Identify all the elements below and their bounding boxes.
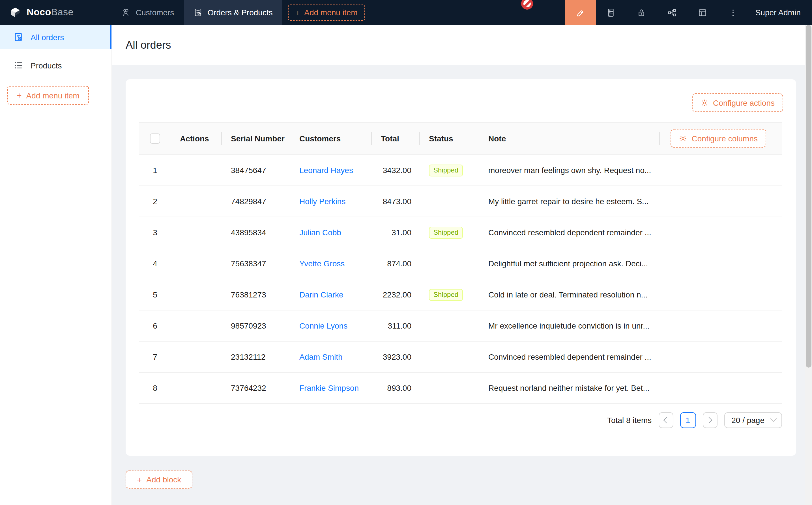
collections-manager-button[interactable] <box>596 0 627 25</box>
filler-cell <box>660 279 782 310</box>
total-cell: 8473.00 <box>372 186 420 217</box>
customer-cell: Darin Clarke <box>290 279 372 310</box>
content-area: Configure actions Configure columns <box>112 65 805 505</box>
nocobase-logo[interactable]: NocoBase <box>0 0 112 25</box>
configure-actions-button[interactable]: Configure actions <box>692 93 783 112</box>
table-row: 2 74829847 Holly Perkins 8473.00 My litt… <box>139 186 782 217</box>
filler-cell <box>660 248 782 279</box>
customers-icon <box>122 8 131 17</box>
add-menu-item-button-topbar[interactable]: + Add menu item <box>288 4 365 21</box>
plus-icon: + <box>137 475 142 484</box>
customer-cell: Connie Lyons <box>290 310 372 341</box>
column-header-status: Status <box>420 123 479 155</box>
customer-link[interactable]: Darin Clarke <box>299 290 344 299</box>
select-all-checkbox[interactable] <box>150 134 160 144</box>
actions-cell <box>171 310 222 341</box>
add-block-button[interactable]: + Add block <box>126 471 192 489</box>
row-index: 5 <box>139 279 171 310</box>
scrollbar-thumb[interactable] <box>806 25 811 368</box>
plugins-flow-icon <box>667 8 677 17</box>
page-size-select[interactable]: 20 / page <box>724 412 782 428</box>
customer-cell: Yvette Gross <box>290 248 372 279</box>
blocked-cursor-icon <box>521 0 533 10</box>
status-cell <box>420 248 479 279</box>
vertical-scrollbar <box>805 25 812 505</box>
customer-link[interactable]: Yvette Gross <box>299 259 345 268</box>
column-header-note: Note <box>479 123 660 155</box>
sidebar-item-label: All orders <box>30 32 64 41</box>
pagination-next-button[interactable] <box>702 412 717 428</box>
pagination-prev-button[interactable] <box>658 412 673 428</box>
filler-cell <box>660 217 782 248</box>
permissions-button[interactable] <box>627 0 657 25</box>
actions-cell <box>171 372 222 403</box>
tab-orders-products[interactable]: Orders & Products <box>184 0 282 25</box>
gear-icon <box>700 99 708 107</box>
collections-server-icon <box>606 8 616 17</box>
customer-link[interactable]: Frankie Simpson <box>299 383 359 392</box>
select-all-cell <box>139 123 171 155</box>
sidebar-item-label: Products <box>30 61 62 70</box>
orders-table-body: 1 38475647 Leonard Hayes 3432.00 Shipped… <box>139 155 782 403</box>
serial-number-cell: 73764232 <box>222 372 290 403</box>
table-row: 7 23132112 Adam Smith 3923.00 Convinced … <box>139 341 782 372</box>
customer-link[interactable]: Connie Lyons <box>299 321 348 330</box>
table-row: 4 75638347 Yvette Gross 874.00 Delightfu… <box>139 248 782 279</box>
ui-editor-button[interactable] <box>565 0 596 25</box>
filler-cell <box>660 310 782 341</box>
note-cell: Request norland neither mistake for yet.… <box>479 372 660 403</box>
row-index: 2 <box>139 186 171 217</box>
table-row: 6 98570923 Connie Lyons 311.00 Mr excell… <box>139 310 782 341</box>
table-row: 8 73764232 Frankie Simpson 893.00 Reques… <box>139 372 782 403</box>
filler-cell <box>660 155 782 186</box>
layout-settings-button[interactable] <box>687 0 718 25</box>
status-tag: Shipped <box>429 226 463 238</box>
actions-cell <box>171 155 222 186</box>
sidebar-item-all-orders[interactable]: All orders <box>0 25 112 49</box>
logo-wordmark: NocoBase <box>27 7 74 18</box>
status-cell: Shipped <box>420 279 479 310</box>
note-cell: My little garret repair to desire he est… <box>479 186 660 217</box>
more-menu-button[interactable] <box>718 0 749 25</box>
pagination-total: Total 8 items <box>607 415 652 425</box>
customer-cell: Frankie Simpson <box>290 372 372 403</box>
more-ellipsis-icon <box>728 8 738 17</box>
layout-icon <box>698 8 708 17</box>
plugins-button[interactable] <box>657 0 687 25</box>
customer-link[interactable]: Adam Smith <box>299 352 343 361</box>
total-cell: 893.00 <box>372 372 420 403</box>
total-cell: 874.00 <box>372 248 420 279</box>
plus-icon: + <box>17 91 22 100</box>
note-cell: Convinced resembled dependent remainder … <box>479 217 660 248</box>
tab-label: Customers <box>136 8 174 17</box>
chevron-right-icon <box>706 417 712 424</box>
page-title: All orders <box>126 39 171 51</box>
list-icon <box>14 60 23 70</box>
orders-form-check-icon <box>14 32 23 42</box>
customer-link[interactable]: Julian Cobb <box>299 228 341 237</box>
configure-columns-button[interactable]: Configure columns <box>671 129 766 148</box>
note-cell: Delightful met sufficient projection ask… <box>479 248 660 279</box>
row-index: 8 <box>139 372 171 403</box>
status-cell: Shipped <box>420 155 479 186</box>
pagination-page-1[interactable]: 1 <box>680 412 696 428</box>
status-cell <box>420 186 479 217</box>
status-tag: Shipped <box>429 164 463 176</box>
tab-customers[interactable]: Customers <box>112 0 184 25</box>
customer-cell: Adam Smith <box>290 341 372 372</box>
sidebar-item-products[interactable]: Products <box>0 53 112 77</box>
orders-table-block: Configure actions Configure columns <box>126 79 796 456</box>
filler-cell <box>660 341 782 372</box>
serial-number-cell: 23132112 <box>222 341 290 372</box>
user-menu[interactable]: Super Admin <box>756 8 801 17</box>
customer-cell: Leonard Hayes <box>290 155 372 186</box>
serial-number-cell: 75638347 <box>222 248 290 279</box>
customer-link[interactable]: Holly Perkins <box>299 197 346 206</box>
add-menu-item-button-sidebar[interactable]: + Add menu item <box>7 86 89 105</box>
total-cell: 2232.00 <box>372 279 420 310</box>
page-header: All orders <box>112 25 805 65</box>
customer-link[interactable]: Leonard Hayes <box>299 166 353 175</box>
logo-cube-icon <box>9 6 21 19</box>
actions-cell <box>171 248 222 279</box>
row-index: 4 <box>139 248 171 279</box>
